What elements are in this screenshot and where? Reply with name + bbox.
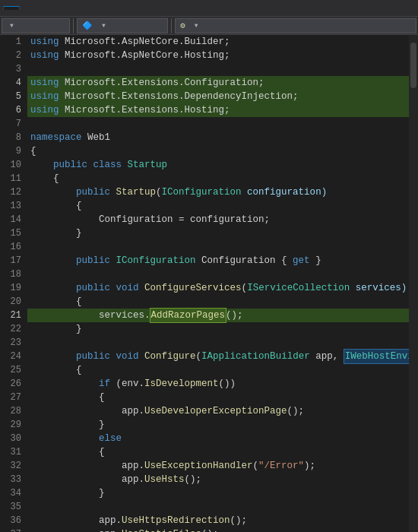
token: ()) xyxy=(219,377,236,391)
token: app, xyxy=(310,350,344,363)
token xyxy=(87,158,93,172)
code-line: public void ConfigureServices(IServiceCo… xyxy=(27,281,409,295)
code-area[interactable]: using Microsoft.AspNetCore.Builder;using… xyxy=(27,35,409,532)
line-number: 6 xyxy=(3,103,21,117)
token xyxy=(30,432,99,445)
token: (); xyxy=(287,404,305,418)
file-tab[interactable] xyxy=(3,6,20,10)
code-line: public class Startup xyxy=(27,158,409,172)
code-line: public IConfiguration Configuration { ge… xyxy=(27,254,409,268)
line-number: 16 xyxy=(3,240,21,254)
token: app. xyxy=(30,473,144,486)
token: services) xyxy=(350,281,407,295)
member-dropdown[interactable]: ⚙ ▼ xyxy=(175,18,416,33)
token: (env. xyxy=(110,377,144,391)
token: (); xyxy=(226,309,243,322)
code-line: namespace Web1 xyxy=(27,131,409,144)
token: Configure xyxy=(144,350,196,363)
token: using xyxy=(30,103,59,117)
token: app. xyxy=(30,514,122,527)
line-number: 25 xyxy=(3,363,21,377)
token: IConfiguration xyxy=(116,254,196,268)
token: namespace xyxy=(30,131,82,144)
token xyxy=(30,281,76,295)
code-line: Configuration = configuration; xyxy=(27,213,409,226)
token: Web1 xyxy=(82,131,111,144)
code-line xyxy=(27,500,409,514)
token xyxy=(30,185,76,199)
token: { xyxy=(30,445,105,459)
token: if xyxy=(99,377,110,391)
token: Microsoft.Extensions.DependencyInjection… xyxy=(59,90,299,103)
token: ( xyxy=(242,281,248,295)
token: UseStaticFiles xyxy=(122,527,201,532)
token: AddRazorPages xyxy=(150,309,226,322)
token: "/Error" xyxy=(258,459,304,473)
code-line: using Microsoft.Extensions.Hosting; xyxy=(27,103,409,117)
line-number: 30 xyxy=(3,432,21,445)
token: Microsoft.Extensions.Hosting; xyxy=(59,103,230,117)
token: app. xyxy=(30,459,144,473)
token: } xyxy=(30,226,82,240)
token: (); xyxy=(185,473,202,486)
line-number: 7 xyxy=(3,117,21,131)
code-line: { xyxy=(27,172,409,185)
scrollbar-track[interactable] xyxy=(409,35,418,532)
token: (); xyxy=(201,527,219,532)
token xyxy=(110,281,116,295)
token: { xyxy=(30,199,82,213)
token: UseDeveloperExceptionPage xyxy=(144,404,287,418)
code-line: app.UseHsts(); xyxy=(27,473,409,486)
line-number: 33 xyxy=(3,473,21,486)
token: ConfigureServices xyxy=(144,281,242,295)
token: Startup xyxy=(116,185,157,199)
line-number: 27 xyxy=(3,391,21,404)
code-line: app.UseHttpsRedirection(); xyxy=(27,514,409,527)
token: { xyxy=(30,295,82,309)
dropdown-bar: ▼ 🔷 ▼ ⚙ ▼ xyxy=(0,17,418,35)
token: public xyxy=(53,158,87,172)
code-line: { xyxy=(27,445,409,459)
line-number: 18 xyxy=(3,268,21,281)
token: using xyxy=(30,90,59,103)
code-line xyxy=(27,268,409,281)
scrollbar-thumb[interactable] xyxy=(410,43,416,88)
token xyxy=(30,158,53,172)
token: IServiceCollection xyxy=(247,281,350,295)
code-line xyxy=(27,240,409,254)
line-number: 22 xyxy=(3,322,21,336)
line-number: 37 xyxy=(3,527,21,532)
token: using xyxy=(30,49,59,62)
token: class xyxy=(93,158,122,172)
code-line: else xyxy=(27,432,409,445)
token: IConfiguration xyxy=(162,185,242,199)
token: using xyxy=(30,35,59,49)
member-icon: ⚙ xyxy=(180,21,185,30)
code-line: { xyxy=(27,391,409,404)
token: IsDevelopment xyxy=(144,377,219,391)
code-line: { xyxy=(27,144,409,158)
line-number: 11 xyxy=(3,172,21,185)
line-number: 35 xyxy=(3,500,21,514)
code-line xyxy=(27,336,409,350)
code-line: using Microsoft.AspNetCore.Builder; xyxy=(27,35,409,49)
project-dropdown[interactable]: ▼ xyxy=(2,18,70,33)
code-line: } xyxy=(27,486,409,500)
token xyxy=(30,254,76,268)
dropdown-sep-1 xyxy=(73,18,74,33)
token: UseHttpsRedirection xyxy=(122,514,230,527)
line-number: 15 xyxy=(3,226,21,240)
token: (); xyxy=(230,514,248,527)
line-number: 2 xyxy=(3,49,21,62)
line-number: 3 xyxy=(3,62,21,76)
code-line xyxy=(27,62,409,76)
code-line: } xyxy=(27,226,409,240)
token: configuration) xyxy=(242,185,328,199)
token: app. xyxy=(30,527,122,532)
token: UseHsts xyxy=(144,473,185,486)
token: void xyxy=(116,281,139,295)
file-dropdown[interactable]: 🔷 ▼ xyxy=(77,18,168,33)
code-line: } xyxy=(27,418,409,432)
line-number: 4 xyxy=(3,76,21,90)
token: { xyxy=(30,391,105,404)
